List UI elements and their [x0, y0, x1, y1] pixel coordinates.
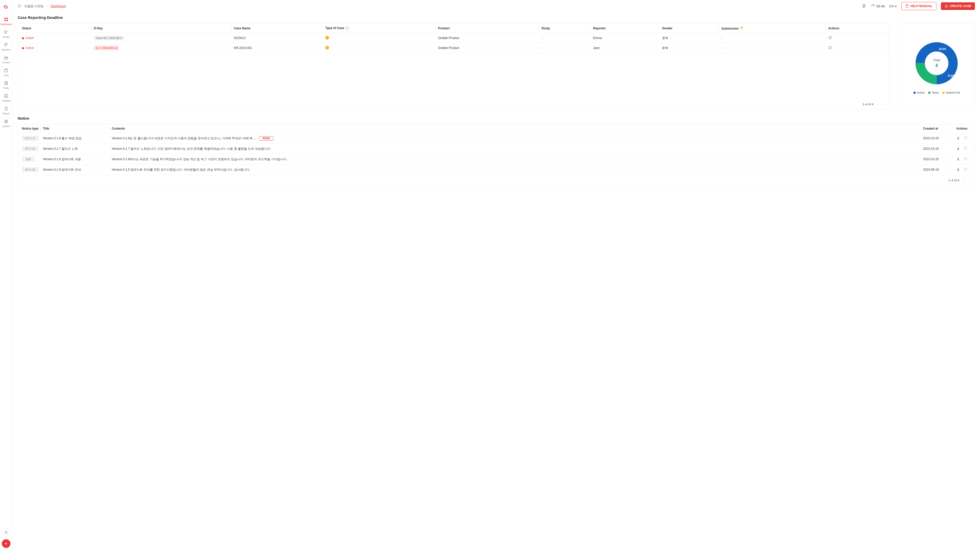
home-icon[interactable]: [18, 4, 21, 8]
user-avatar[interactable]: [2, 529, 10, 536]
col-actions: Actions: [826, 24, 889, 33]
manual-icon: [905, 4, 909, 8]
table-row[interactable]: 공지사항Version 0.1.5 업데이트 안내Version 0.1.5 업…: [18, 165, 975, 175]
notice-pagination: 1–4 of 4 ‹ ›: [18, 175, 975, 186]
cell-created: 2023-10-20: [921, 144, 954, 154]
table-row[interactable]: 패치노트Version 0.1.8 출시 예정 점검Version 0.1.8은…: [18, 133, 975, 144]
case-table-card: Status D-Day Case Name Type of Case? Pro…: [18, 23, 889, 110]
sidebar-item-label: Case: [3, 74, 9, 76]
sidebar-item-dashboard[interactable]: Dashboard: [0, 15, 13, 27]
table-row[interactable]: ActiveOver+43 / 2024-06-2DOD012Dodlab Pr…: [18, 33, 889, 43]
edit-icon[interactable]: [964, 167, 967, 172]
sidebar: Dashboard Sender Reporter Product Case S…: [0, 0, 13, 551]
help-icon[interactable]: ?: [345, 27, 349, 30]
open-icon[interactable]: [828, 47, 832, 50]
donut-chart: Total 4 25.0% 75.0%: [915, 41, 958, 85]
download-icon[interactable]: [956, 146, 960, 151]
col-reporter[interactable]: Reporter: [591, 24, 660, 33]
col-type[interactable]: Type of Case?: [323, 24, 436, 33]
table-row[interactable]: 점검Version 0.1.6 업데이트 내용Version 0.1.6에서는 …: [18, 154, 975, 165]
svg-rect-9: [5, 120, 8, 121]
bell-icon[interactable]: [862, 3, 866, 9]
pagination-prev[interactable]: ‹: [877, 103, 880, 106]
sidebar-item-system[interactable]: System: [0, 117, 13, 130]
col-status[interactable]: Status: [18, 24, 92, 33]
ncol-contents[interactable]: Contents: [110, 124, 921, 133]
ncol-actions: Actions: [954, 124, 975, 133]
pagination-next[interactable]: ›: [969, 179, 972, 182]
cell-sender: 종혁: [660, 43, 719, 53]
cell-created: 2023-06-19: [921, 165, 954, 175]
type-dot-icon: [325, 36, 329, 40]
col-product[interactable]: Product: [436, 24, 539, 33]
sidebar-item-label: System: [2, 125, 10, 127]
reporter-icon: [3, 42, 9, 48]
notice-type-chip: 공지사항: [22, 146, 38, 151]
sidebar-item-analytics[interactable]: Analytics: [0, 91, 13, 104]
ncol-type[interactable]: Notice type: [18, 124, 41, 133]
edit-icon[interactable]: [964, 157, 967, 162]
cell-sender: 종혁: [660, 33, 719, 43]
legend-temp[interactable]: Temp: [928, 91, 939, 94]
svg-rect-0: [4, 17, 6, 19]
legend-active[interactable]: Active: [913, 91, 924, 94]
col-submission[interactable]: Submission: [719, 24, 826, 33]
sidebar-item-report[interactable]: Report: [0, 104, 13, 117]
svg-rect-2: [4, 20, 6, 21]
edit-icon[interactable]: [964, 146, 967, 151]
sidebar-item-label: Sender: [2, 36, 10, 38]
help-manual-button[interactable]: HELP MANUAL: [901, 2, 936, 10]
sidebar-item-case[interactable]: Case: [0, 66, 13, 79]
table-row[interactable]: 공지사항Version 0.1.7 릴리즈 노트Version 0.1.7 릴리…: [18, 144, 975, 154]
svg-point-11: [5, 531, 6, 532]
legend-submit-fail[interactable]: Submit Fail: [942, 91, 960, 94]
chart-total-label: Total: [933, 58, 940, 62]
table-row[interactable]: ActiveD-7 / 2024-08-14KR-2024-001Dodlab …: [18, 43, 889, 53]
col-study[interactable]: Study: [539, 24, 591, 33]
more-button[interactable]: MORE: [259, 136, 273, 141]
col-sender[interactable]: Sender: [660, 24, 719, 33]
cell-notice-title: Version 0.1.7 릴리즈 노트: [41, 144, 110, 154]
cell-product: Dodlab Product: [436, 33, 539, 43]
system-icon: [3, 119, 9, 124]
download-icon[interactable]: [956, 167, 960, 172]
sidebar-item-product[interactable]: Product: [0, 53, 13, 66]
cell-case-name: DOD012: [232, 33, 323, 43]
pagination-text: 1–4 of 4: [948, 179, 959, 182]
dashboard-icon: [3, 17, 9, 22]
refresh-icon: [871, 4, 875, 8]
study-icon: [3, 81, 9, 86]
session-timer[interactable]: 58:49: [871, 4, 885, 8]
col-case-name[interactable]: Case Name: [232, 24, 323, 33]
sidebar-item-reporter[interactable]: Reporter: [0, 40, 13, 53]
sidebar-item-label: Study: [3, 87, 9, 89]
create-case-button[interactable]: CREATE CASE: [941, 2, 975, 10]
download-icon[interactable]: [956, 136, 960, 141]
breadcrumb-org[interactable]: 도들랩 시연팀: [24, 4, 43, 8]
cell-reporter: Jane: [591, 43, 660, 53]
ncol-created[interactable]: Created at: [921, 124, 954, 133]
ncol-title[interactable]: Title: [41, 124, 110, 133]
quick-action-fab[interactable]: [2, 539, 11, 548]
sidebar-item-sender[interactable]: Sender: [0, 27, 13, 40]
edit-icon[interactable]: [964, 136, 967, 141]
language-selector[interactable]: EN ▾: [889, 4, 897, 8]
cell-created: 2023-10-20: [921, 133, 954, 144]
sidebar-item-study[interactable]: Study: [0, 79, 13, 91]
status-badge: Active: [22, 46, 34, 50]
sidebar-item-label: Report: [3, 112, 10, 115]
cell-notice-contents: Version 0.1.6에서는 새로운 기능을 추가하였습니다! 성능 개선 …: [110, 154, 921, 165]
pagination-prev[interactable]: ‹: [963, 179, 966, 182]
breadcrumb-current[interactable]: Dashboard: [51, 4, 65, 8]
sidebar-item-label: Dashboard: [0, 23, 12, 25]
download-icon[interactable]: [956, 157, 960, 162]
open-icon[interactable]: [828, 37, 832, 40]
chart-total-value: 4: [933, 63, 940, 68]
case-section-title: Case Reporting Deadline: [18, 15, 975, 20]
pagination-next[interactable]: ›: [883, 103, 886, 106]
cell-submission: -: [719, 33, 826, 43]
col-dday[interactable]: D-Day: [92, 24, 232, 33]
cell-case-name: KR-2024-001: [232, 43, 323, 53]
case-icon: [3, 68, 9, 73]
cell-reporter: Emma: [591, 33, 660, 43]
